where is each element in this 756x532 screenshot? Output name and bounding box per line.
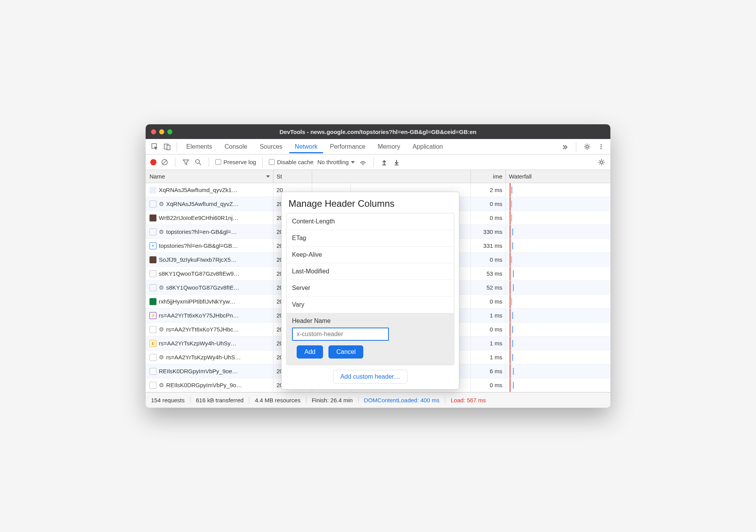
cell-waterfall [506, 378, 610, 392]
waterfall-bar [512, 228, 513, 235]
disable-cache-label: Disable cache [277, 159, 313, 165]
script-icon: ⚡ [149, 312, 156, 319]
waterfall-bar [511, 215, 512, 221]
manage-header-columns-modal: Manage Header Columns Content-LengthETag… [281, 192, 459, 390]
waterfall-bar [513, 284, 514, 291]
cell-time: 0 ms [471, 323, 506, 336]
column-header-name[interactable]: Name [146, 170, 273, 183]
upload-har-icon[interactable] [380, 158, 388, 166]
waterfall-bar [512, 326, 513, 333]
column-header-hidden [312, 170, 471, 183]
network-conditions-icon[interactable] [359, 158, 367, 166]
cell-name: ⚙ REIlsK0DRGpyImVbPy_9o… [146, 378, 273, 392]
header-name-form: Header Name Add Cancel [287, 313, 454, 365]
file-icon [149, 270, 156, 277]
cell-time: 331 ms [471, 239, 506, 252]
header-column-item[interactable]: Content-Length [287, 213, 454, 230]
column-header-waterfall[interactable]: Waterfall [506, 170, 610, 183]
cell-time: 330 ms [471, 225, 506, 239]
cell-name: ⚙ rs=AA2YrTsKzpWy4h-UhS… [146, 350, 273, 364]
cell-name: SoJfJ9_9zIykuFIwxb7RjcX5… [146, 253, 273, 266]
svg-point-5 [601, 146, 602, 147]
column-header-status[interactable]: St [273, 170, 312, 183]
request-name: SoJfJ9_9zIykuFIwxb7RjcX5… [159, 256, 237, 263]
header-column-item[interactable]: Vary [287, 297, 454, 313]
status-finish: Finish: 26.4 min [306, 397, 359, 403]
waterfall-marker [510, 281, 510, 294]
cell-name: ≡ topstories?hl=en-GB&gl=GB… [146, 239, 273, 252]
cell-waterfall [506, 364, 610, 378]
tab-performance[interactable]: Performance [325, 140, 371, 153]
cell-time: 52 ms [471, 281, 506, 294]
waterfall-marker [510, 267, 510, 280]
devtools-window: DevTools - news.google.com/topstories?hl… [146, 124, 610, 408]
cell-time: 6 ms [471, 364, 506, 378]
record-button[interactable] [150, 159, 156, 165]
network-settings-icon[interactable] [597, 158, 606, 166]
inspect-element-icon[interactable] [149, 141, 160, 152]
disable-cache-checkbox[interactable]: Disable cache [269, 159, 313, 165]
tab-console[interactable]: Console [219, 140, 253, 153]
waterfall-marker [510, 364, 510, 378]
filter-icon[interactable] [182, 158, 190, 166]
header-column-item[interactable]: Server [287, 280, 454, 297]
network-content: Name St ime Waterfall XqRNAsJ5AwfIumd_qy… [146, 170, 610, 392]
request-name: XqRNAsJ5AwfIumd_qyvZ… [166, 201, 239, 207]
search-icon[interactable] [194, 158, 203, 166]
tab-memory[interactable]: Memory [372, 140, 405, 153]
gear-icon: ⚙ [159, 201, 164, 208]
waterfall-marker [510, 295, 510, 308]
file-icon [149, 228, 156, 235]
tab-network[interactable]: Network [289, 140, 323, 153]
waterfall-bar [513, 382, 514, 389]
cell-waterfall [506, 336, 610, 350]
cell-time: 0 ms [471, 211, 506, 225]
header-column-item[interactable]: Keep-Alive [287, 247, 454, 263]
tab-elements[interactable]: Elements [181, 140, 218, 153]
add-button[interactable]: Add [297, 345, 323, 359]
file-icon [149, 284, 156, 291]
cell-name: s8KY1QwooTG87Gzv8fIEw9… [146, 267, 273, 280]
cell-time: 0 ms [471, 295, 506, 308]
tab-application[interactable]: Application [407, 140, 448, 153]
cancel-button[interactable]: Cancel [328, 345, 363, 359]
settings-icon[interactable] [582, 141, 593, 152]
cell-waterfall [506, 323, 610, 336]
add-custom-header-button[interactable]: Add custom header… [333, 370, 408, 384]
waterfall-marker [510, 197, 510, 211]
script-icon: ◧ [149, 340, 156, 347]
waterfall-bar [511, 298, 512, 305]
image-icon [149, 256, 156, 263]
request-name: rs=AA2YrTt6xKoY75JHbc… [166, 326, 239, 333]
request-name: s8KY1QwooTG87Gzv8fIEw9… [159, 270, 239, 277]
column-header-time[interactable]: ime [471, 170, 506, 183]
gear-icon: ⚙ [159, 284, 164, 291]
cell-waterfall [506, 197, 610, 211]
device-toggle-icon[interactable] [162, 141, 173, 152]
header-column-item[interactable]: Last-Modified [287, 263, 454, 280]
header-name-input[interactable] [292, 328, 389, 341]
waterfall-marker [510, 253, 510, 266]
waterfall-bar [511, 201, 512, 208]
chevron-down-icon [351, 161, 355, 163]
modal-title: Manage Header Columns [286, 198, 454, 209]
throttling-value: No throttling [317, 159, 349, 165]
cell-waterfall [506, 253, 610, 266]
preserve-log-checkbox[interactable]: Preserve log [215, 159, 256, 165]
waterfall-marker [510, 323, 510, 336]
kebab-menu-icon[interactable] [596, 141, 607, 152]
waterfall-marker [510, 225, 510, 239]
tab-sources[interactable]: Sources [254, 140, 288, 153]
svg-line-10 [199, 163, 201, 165]
throttling-select[interactable]: No throttling [317, 159, 355, 165]
gear-icon: ⚙ [159, 354, 164, 361]
cell-waterfall [506, 350, 610, 364]
cell-name: ⚙ s8KY1QwooTG87Gzv8fIE… [146, 281, 273, 294]
header-column-item[interactable]: ETag [287, 230, 454, 247]
download-har-icon[interactable] [392, 158, 401, 166]
svg-point-4 [601, 144, 602, 145]
cell-waterfall [506, 267, 610, 280]
more-tabs-icon[interactable] [560, 141, 570, 152]
clear-icon[interactable] [160, 158, 169, 166]
cell-time: 0 ms [471, 197, 506, 211]
